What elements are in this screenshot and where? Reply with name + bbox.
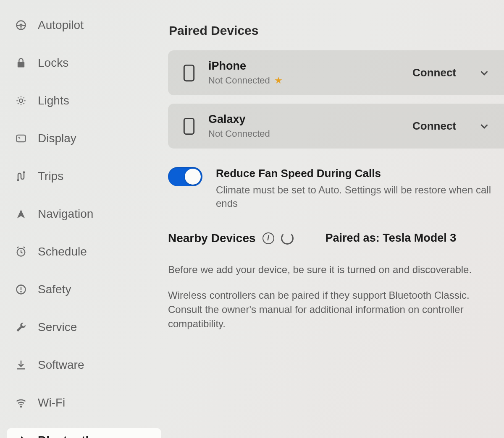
sidebar-item-autopilot[interactable]: Autopilot	[7, 13, 161, 38]
phone-icon	[181, 115, 197, 138]
device-status: Not Connected	[208, 75, 270, 86]
lock-icon	[14, 56, 28, 70]
bluetooth-settings-panel: Paired Devices iPhone Not Connected ★ Co…	[168, 0, 504, 438]
sidebar-item-service[interactable]: Service	[7, 315, 161, 340]
sidebar-item-trips[interactable]: Trips	[7, 164, 161, 189]
bluetooth-icon	[14, 434, 28, 438]
svg-point-5	[24, 172, 24, 173]
device-info: iPhone Not Connected ★	[208, 60, 399, 86]
star-icon: ★	[274, 75, 283, 86]
nearby-devices-header: Nearby Devices i Paired as: Tesla Model …	[168, 232, 504, 245]
sidebar-item-label: Locks	[38, 56, 68, 70]
wifi-icon	[14, 396, 28, 409]
device-status: Not Connected	[208, 128, 270, 139]
paired-as-text: Paired as: Tesla Model 3	[326, 232, 457, 245]
alarm-icon	[14, 245, 28, 258]
sidebar-item-label: Safety	[38, 283, 71, 296]
device-info: Galaxy Not Connected	[208, 113, 399, 139]
display-icon	[14, 132, 28, 145]
toggle-knob	[185, 169, 201, 185]
exclamation-circle-icon	[14, 283, 28, 296]
paired-device-row[interactable]: iPhone Not Connected ★ Connect	[168, 50, 504, 95]
paired-device-row[interactable]: Galaxy Not Connected Connect	[168, 104, 504, 149]
nearby-help-text: Before we add your device, be sure it is…	[168, 263, 504, 342]
toggle-description: Climate must be set to Auto. Settings wi…	[216, 183, 500, 211]
sidebar-item-label: Software	[38, 358, 84, 372]
sidebar-item-navigation[interactable]: Navigation	[7, 201, 161, 227]
sidebar-item-label: Display	[38, 132, 76, 145]
settings-sidebar: Autopilot Locks Lights Display Trips Nav…	[0, 0, 168, 438]
reduce-fan-speed-setting: Reduce Fan Speed During Calls Climate mu…	[168, 167, 504, 211]
nav-arrow-icon	[14, 207, 28, 221]
sidebar-item-label: Trips	[38, 169, 63, 183]
nearby-devices-label: Nearby Devices	[168, 232, 256, 245]
svg-rect-10	[184, 65, 194, 81]
sidebar-item-label: Autopilot	[38, 18, 84, 32]
device-name: iPhone	[208, 60, 399, 73]
sidebar-item-safety[interactable]: Safety	[7, 277, 161, 302]
phone-icon	[181, 61, 197, 85]
sidebar-item-label: Schedule	[38, 245, 87, 258]
svg-point-9	[21, 406, 21, 407]
svg-point-4	[18, 180, 18, 180]
steering-wheel-icon	[14, 18, 28, 32]
sidebar-item-bluetooth[interactable]: Bluetooth	[7, 428, 161, 438]
connect-button[interactable]: Connect	[410, 116, 459, 136]
sidebar-item-wifi[interactable]: Wi-Fi	[7, 390, 161, 415]
sidebar-item-label: Wi-Fi	[38, 396, 65, 409]
brightness-icon	[14, 94, 28, 107]
chevron-down-icon[interactable]	[477, 119, 491, 133]
connect-button[interactable]: Connect	[410, 63, 459, 83]
route-icon	[14, 169, 28, 183]
sidebar-item-schedule[interactable]: Schedule	[7, 239, 161, 264]
device-name: Galaxy	[208, 113, 399, 126]
reduce-fan-speed-toggle[interactable]	[168, 167, 202, 186]
sidebar-item-locks[interactable]: Locks	[7, 50, 161, 76]
svg-rect-3	[17, 135, 26, 142]
sidebar-item-label: Lights	[38, 94, 69, 107]
svg-point-8	[21, 292, 21, 292]
svg-point-1	[20, 24, 22, 26]
sidebar-item-label: Bluetooth	[38, 434, 93, 438]
sidebar-item-lights[interactable]: Lights	[7, 88, 161, 113]
info-icon[interactable]: i	[262, 232, 274, 244]
sidebar-item-display[interactable]: Display	[7, 126, 161, 151]
wrench-icon	[14, 321, 28, 334]
toggle-title: Reduce Fan Speed During Calls	[216, 167, 500, 180]
sidebar-item-label: Service	[38, 321, 77, 334]
chevron-down-icon[interactable]	[477, 66, 491, 80]
svg-rect-11	[184, 118, 194, 134]
download-icon	[14, 358, 28, 372]
help-paragraph: Wireless controllers can be paired if th…	[168, 288, 496, 331]
sidebar-item-label: Navigation	[38, 207, 93, 221]
scanning-spinner-icon	[281, 232, 294, 245]
svg-point-2	[19, 99, 23, 102]
sidebar-item-software[interactable]: Software	[7, 352, 161, 378]
help-paragraph: Before we add your device, be sure it is…	[168, 263, 496, 277]
paired-devices-title: Paired Devices	[168, 23, 504, 38]
